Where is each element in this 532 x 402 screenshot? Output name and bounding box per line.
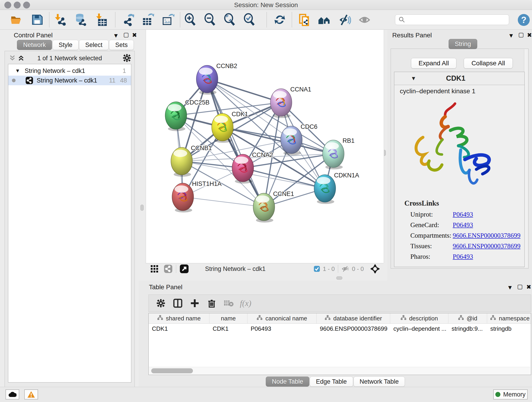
network-type-icon [25, 76, 33, 85]
left-splitter-handle[interactable] [140, 205, 144, 211]
column-header-name[interactable]: name [209, 313, 247, 323]
warnings-button[interactable] [24, 389, 38, 400]
tab-select[interactable]: Select [79, 40, 109, 50]
clone-network-icon[interactable] [298, 13, 311, 26]
pan-crosshair-icon[interactable] [370, 264, 380, 274]
control-panel-close-icon[interactable]: ✖ [132, 32, 137, 39]
birds-eye-view-icon[interactable] [164, 264, 173, 274]
refresh-network-icon[interactable] [273, 13, 286, 26]
selected-checkbox-icon[interactable] [314, 266, 320, 272]
network-node-rb1[interactable]: RB1 [323, 137, 355, 169]
import-table-file-icon[interactable] [94, 13, 108, 26]
table-row[interactable]: CDK1CDK1P064939606.ENSP00000378699cyclin… [149, 324, 531, 334]
tab-string[interactable]: String [449, 39, 477, 49]
network-options-gear-icon[interactable] [123, 54, 131, 62]
protein-expander-icon[interactable]: ▼ [411, 75, 416, 82]
results-panel-menu-icon[interactable]: ▼ [508, 32, 514, 39]
network-row-selected[interactable]: String Network – cdk1 11 48 [8, 76, 131, 85]
cloud-services-button[interactable] [6, 389, 19, 400]
network-node-cdc25b[interactable]: CDC25B [165, 99, 210, 131]
zoom-out-icon[interactable] [203, 13, 216, 26]
open-in-browser-icon[interactable] [179, 264, 189, 274]
network-node-ccnb2[interactable]: CCNB2 [196, 63, 237, 95]
import-network-file-icon[interactable] [54, 13, 67, 26]
function-builder-icon[interactable]: f(x) [237, 298, 254, 308]
table-cell[interactable]: CDK1 [149, 324, 209, 334]
network-node-cdk1[interactable]: CDK1 [212, 111, 248, 143]
table-cell[interactable]: stringdb [487, 324, 531, 334]
scrollbar-thumb[interactable] [151, 368, 193, 373]
table-horizontal-scrollbar[interactable] [149, 367, 530, 375]
control-panel-float-icon[interactable]: ▢ [123, 31, 129, 38]
delete-table-icon[interactable] [220, 300, 237, 307]
results-panel-close-icon[interactable]: ✖ [527, 32, 532, 39]
column-header-description[interactable]: description [390, 313, 448, 323]
table-cell[interactable]: cyclin–dependent ... [390, 324, 448, 334]
tab-sets[interactable]: Sets [109, 40, 134, 50]
table-cell[interactable]: P06493 [247, 324, 317, 334]
table-panel-close-icon[interactable]: ✖ [526, 283, 531, 291]
tab-node-table[interactable]: Node Table [266, 376, 309, 387]
tab-network[interactable]: Network [17, 40, 52, 50]
zoom-fit-icon[interactable] [223, 13, 236, 26]
delete-column-icon[interactable] [203, 298, 220, 308]
collection-expander-icon[interactable]: ▼ [15, 68, 20, 74]
show-hidden-icon[interactable] [358, 13, 371, 26]
bottom-splitter-handle[interactable] [336, 276, 342, 280]
hidden-eye-slash-icon[interactable] [341, 265, 350, 272]
crosslink-link[interactable]: P06493 [453, 253, 473, 260]
zoom-selected-icon[interactable] [242, 13, 256, 26]
crosslink-link[interactable]: P06493 [453, 221, 473, 229]
export-table-icon[interactable] [141, 13, 154, 26]
export-network-icon[interactable] [121, 13, 135, 26]
show-all-networks-icon[interactable] [317, 13, 331, 26]
tab-edge-table[interactable]: Edge Table [310, 376, 353, 387]
network-edge[interactable] [207, 79, 281, 102]
help-button[interactable]: ? [518, 14, 530, 26]
control-panel-menu-icon[interactable]: ▼ [113, 32, 119, 39]
table-cell[interactable]: CDK1 [209, 324, 247, 334]
network-node-ccne1[interactable]: CCNE1 [253, 191, 294, 223]
table-cell[interactable]: 9606.ENSP00000378699 [317, 324, 390, 334]
column-header-namespace[interactable]: namespace [487, 313, 531, 323]
column-header-shared-name[interactable]: shared name [149, 313, 209, 323]
zoom-in-icon[interactable] [183, 13, 196, 26]
expand-all-button[interactable]: Expand All [411, 58, 456, 69]
memory-button[interactable]: Memory [493, 389, 528, 400]
protein-card-header[interactable]: ▼ CDK1 [394, 72, 525, 85]
import-network-database-icon[interactable] [74, 13, 87, 26]
table-panel-float-icon[interactable]: ▢ [517, 283, 523, 290]
tab-style[interactable]: Style [52, 40, 79, 50]
grid-view-icon[interactable] [150, 264, 159, 274]
column-header-database-identifier[interactable]: database identifier [317, 313, 390, 323]
column-type-icon [257, 315, 263, 322]
search-input[interactable] [405, 16, 502, 24]
network-node-ccna2[interactable]: CCNA2 [232, 152, 273, 184]
network-node-ccna1[interactable]: CCNA1 [270, 86, 311, 118]
create-column-icon[interactable] [186, 298, 203, 308]
network-node-hist1h1a[interactable]: HIST1H1A [172, 180, 222, 212]
warning-icon [27, 391, 35, 398]
network-edge[interactable] [183, 197, 264, 207]
table-settings-gear-icon[interactable] [152, 299, 169, 308]
network-node-cdkn1a[interactable]: CDKN1A [314, 172, 359, 204]
results-panel-float-icon[interactable]: ▢ [518, 31, 524, 38]
crosslink-link[interactable]: 9606.ENSP00000378699 [453, 242, 520, 250]
network-canvas[interactable]: CCNB2CCNA1CDC25BCDK1CDC6RB1CCNB1CCNA2CDK… [146, 30, 384, 263]
export-image-icon[interactable] [161, 13, 175, 26]
table-cell[interactable]: stringdb:9... [448, 324, 487, 334]
column-header-canonical-name[interactable]: canonical name [247, 313, 317, 323]
open-session-icon[interactable] [10, 13, 23, 26]
show-columns-icon[interactable] [169, 298, 186, 308]
network-collection-row[interactable]: ▼ String Network – cdk1 1 [8, 66, 131, 76]
crosslink-link[interactable]: P06493 [453, 211, 473, 218]
crosslink-link[interactable]: 9606.ENSP00000378699 [453, 232, 520, 239]
tab-network-table[interactable]: Network Table [354, 376, 405, 387]
network-node-ccnb1[interactable]: CCNB1 [171, 145, 212, 177]
save-session-icon[interactable] [31, 13, 44, 26]
column-header--id[interactable]: @id [448, 313, 487, 323]
table-panel-menu-icon[interactable]: ▼ [507, 284, 513, 291]
collapse-all-button[interactable]: Collapse All [464, 58, 513, 69]
network-edge[interactable] [207, 79, 264, 207]
hide-selected-icon[interactable] [338, 13, 351, 26]
